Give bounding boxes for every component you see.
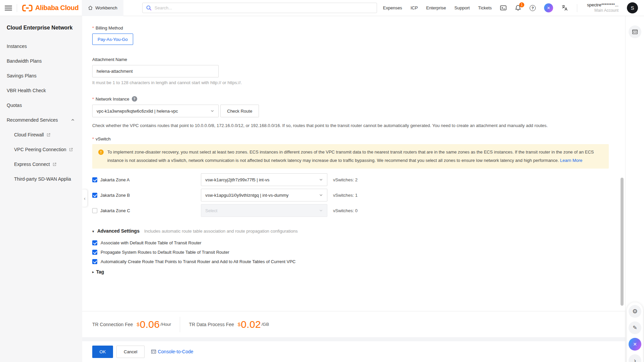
sidebar-item-express-connect[interactable]: Express Connect (0, 157, 82, 172)
cancel-button[interactable]: Cancel (116, 346, 145, 358)
main-content: Billing Method Pay-As-You-Go Attachment … (82, 16, 625, 362)
expand-chevron-icon[interactable]: › (629, 354, 641, 362)
attachment-name-input[interactable] (92, 65, 219, 77)
console-to-code-icon (151, 349, 156, 354)
divider (577, 4, 577, 12)
zone-a-vswitch-select[interactable]: vsw-k1arcyj2jtfr7z99x77f5 | int-vs (201, 173, 327, 186)
zone-a-vswitch-count: vSwitches: 2 (333, 177, 358, 182)
account-info[interactable]: spectre********... Main Account (587, 2, 619, 13)
vswitch-label: vSwitch (92, 136, 610, 141)
search-input[interactable] (155, 5, 373, 10)
network-instance-label: Network Instance ? (92, 96, 610, 102)
associate-route-table-checkbox[interactable] (92, 240, 97, 245)
sidebar-item-bandwidth-plans[interactable]: Bandwidth Plans (0, 54, 82, 68)
advanced-settings-toggle[interactable]: ▾ Advanced Settings Includes automatic r… (92, 228, 610, 234)
language-switch-icon[interactable] (561, 5, 568, 11)
divider (17, 4, 17, 12)
sidebar-item-savings-plans[interactable]: Savings Plans (0, 68, 82, 83)
workbench-label: Workbench (95, 5, 117, 10)
zone-row-a: Jakarta Zone A vsw-k1arcyj2jtfr7z99x77f5… (92, 172, 610, 187)
alibaba-logo-icon (22, 4, 33, 12)
zone-a-checkbox[interactable] (92, 177, 97, 182)
warning-text: To implement zone-disaster recovery, you… (107, 149, 594, 163)
zone-b-vswitch-select[interactable]: vsw-k1apgu31i0y9vthlzntgq | int-vs-dummy (201, 189, 327, 201)
zone-c-label: Jakarta Zone C (100, 208, 130, 213)
menu-icon[interactable] (5, 5, 12, 11)
zone-row-c: Jakarta Zone C Select vSwitches: 0 (92, 203, 610, 218)
help-icon[interactable]: ? (530, 5, 536, 11)
pay-as-you-go-option[interactable]: Pay-As-You-Go (92, 34, 133, 45)
tr-connection-fee: TR Connection Fee $ 0.06 /Hour (92, 319, 171, 330)
nav-tickets[interactable]: Tickets (478, 5, 492, 10)
tr-data-process-fee: TR Data Process Fee $ 0.02 /GB (189, 319, 269, 330)
nav-expenses[interactable]: Expenses (383, 5, 402, 10)
form-footer: OK Cancel Console-to-Code (82, 341, 625, 362)
caret-down-icon: ▾ (92, 229, 94, 233)
sidebar-group-recommended-services[interactable]: Recommended Services (0, 113, 82, 127)
network-instance-note: Check whether the VPC contains routes th… (92, 122, 610, 129)
divider (180, 317, 180, 332)
right-utility-rail: ⚙ ✎ ✕ › (625, 16, 644, 362)
chevron-down-icon (210, 109, 214, 113)
tr-data-process-fee-amount: 0.02 (241, 319, 261, 330)
ai-assistant-rail-icon[interactable]: ✕ (629, 338, 641, 351)
propagate-routes-checkbox[interactable] (92, 250, 97, 255)
nav-support[interactable]: Support (454, 5, 470, 10)
alibaba-cloud-logo[interactable]: Alibaba Cloud (22, 4, 78, 12)
tr-connection-fee-amount: 0.06 (140, 319, 160, 330)
check-route-button[interactable]: Check Route (220, 105, 259, 117)
network-instance-select[interactable]: vpc-k1a3wrwpsfkqtw6c6zx8d | helena-vpc (92, 105, 219, 117)
cloud-shell-icon[interactable] (500, 5, 506, 11)
tag-section-toggle[interactable]: ▸ Tag (92, 269, 610, 275)
global-search (142, 3, 377, 13)
zone-warning-banner: ! To implement zone-disaster recovery, y… (92, 144, 609, 169)
zone-c-checkbox[interactable] (92, 208, 97, 213)
feedback-pencil-icon[interactable]: ✎ (629, 321, 641, 334)
attachment-form: Billing Method Pay-As-You-Go Attachment … (82, 16, 625, 311)
sidebar-item-quotas[interactable]: Quotas (0, 98, 82, 113)
sidebar-title: Cloud Enterprise Network (0, 25, 82, 31)
sidebar: Cloud Enterprise Network Instances Bandw… (0, 16, 82, 362)
network-instance-help-icon[interactable]: ? (132, 96, 137, 102)
ok-button[interactable]: OK (92, 346, 113, 358)
chevron-down-icon (319, 208, 323, 213)
logo-wordmark: Alibaba Cloud (35, 4, 78, 12)
zone-b-checkbox[interactable] (92, 193, 97, 198)
avatar[interactable]: S (627, 2, 638, 13)
settings-gear-icon[interactable]: ⚙ (629, 305, 641, 318)
sidebar-item-vbr-health-check[interactable]: VBR Health Check (0, 83, 82, 98)
search-icon (146, 5, 152, 11)
zone-row-b: Jakarta Zone B vsw-k1apgu31i0y9vthlzntgq… (92, 187, 610, 203)
zone-b-label: Jakarta Zone B (100, 193, 130, 198)
ai-assistant-icon[interactable]: ✕ (544, 3, 553, 12)
sidebar-item-third-party-sdwan[interactable]: Third-party SD-WAN Applia (0, 172, 82, 186)
sidebar-collapse-handle[interactable]: ‹ (82, 189, 88, 207)
external-link-icon (69, 147, 73, 152)
advanced-settings-title: Advanced Settings (97, 228, 140, 234)
billing-method-label: Billing Method (92, 25, 610, 31)
chevron-down-icon (319, 178, 323, 182)
auto-create-route-checkbox[interactable] (92, 259, 97, 264)
vertical-scrollbar[interactable] (621, 178, 624, 306)
account-role: Main Account (587, 8, 619, 13)
nav-enterprise[interactable]: Enterprise (426, 5, 446, 10)
attachment-name-help: It must be 1 to 128 characters in length… (92, 80, 610, 85)
sidebar-item-cloud-firewall[interactable]: Cloud Firewall (0, 127, 82, 142)
learn-more-link[interactable]: Learn More (560, 158, 582, 163)
console-to-code-link[interactable]: Console-to-Code (151, 349, 193, 354)
caret-right-icon: ▸ (92, 270, 94, 274)
attachment-name-label: Attachment Name (92, 57, 610, 62)
notification-badge: 1 (519, 2, 524, 7)
warning-icon: ! (98, 149, 104, 155)
workbench-button[interactable]: Workbench (82, 0, 123, 16)
notifications-bell-icon[interactable]: 1 (515, 5, 521, 11)
option-auto-create-route: Automatically Create Route That Points t… (92, 259, 610, 264)
sidebar-item-vpc-peering-connection[interactable]: VPC Peering Connection (0, 142, 82, 157)
home-icon (88, 5, 93, 10)
sidebar-item-instances[interactable]: Instances (0, 39, 82, 54)
zone-b-vswitch-count: vSwitches: 1 (333, 193, 358, 198)
nav-icp[interactable]: ICP (411, 5, 418, 10)
fee-bar: TR Connection Fee $ 0.06 /Hour TR Data P… (82, 311, 625, 337)
console-to-code-rail-icon[interactable] (629, 25, 641, 38)
advanced-settings-subtitle: Includes automatic route table associati… (144, 229, 298, 234)
